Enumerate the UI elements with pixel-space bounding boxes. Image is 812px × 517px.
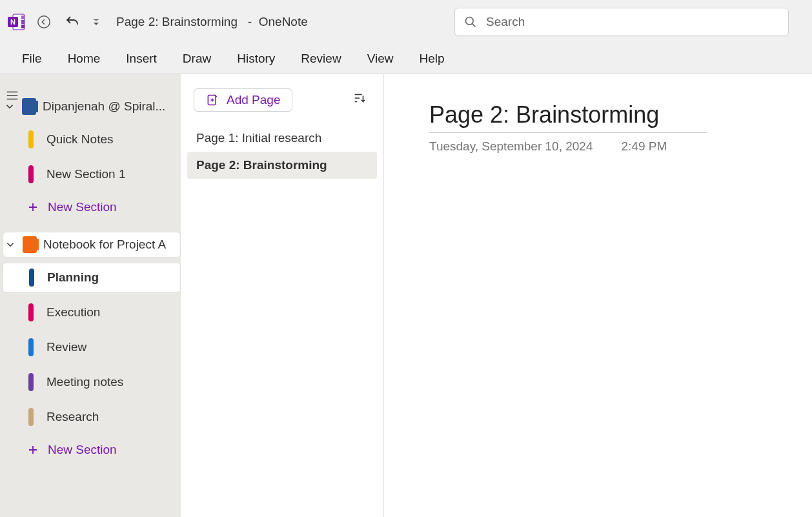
add-page-icon	[206, 94, 219, 106]
notebooks-sidebar: Dipanjenah @ Spiral... Quick Notes New S…	[26, 74, 181, 517]
back-button[interactable]	[32, 10, 56, 34]
section-label: Review	[46, 340, 86, 354]
menu-bar: File Home Insert Draw History Review Vie…	[0, 44, 812, 74]
hamburger-strip	[0, 74, 26, 517]
section-color-tab	[28, 338, 34, 356]
section-item[interactable]: Quick Notes	[25, 125, 181, 154]
search-icon	[464, 15, 477, 28]
section-color-tab	[29, 269, 34, 287]
page-metadata: Tuesday, September 10, 2024 2:49 PM	[429, 139, 767, 154]
page-canvas[interactable]: Tuesday, September 10, 2024 2:49 PM	[384, 74, 812, 517]
new-section-label: New Section	[48, 200, 117, 214]
menu-insert[interactable]: Insert	[122, 49, 161, 68]
section-label: Research	[46, 410, 99, 424]
sort-pages-button[interactable]	[352, 91, 370, 109]
section-label: Meeting notes	[46, 375, 123, 389]
window-title-page: Page 2: Brainstorming	[116, 15, 238, 28]
svg-point-6	[38, 16, 50, 28]
section-label: Execution	[46, 305, 100, 319]
svg-text:N: N	[10, 18, 15, 26]
menu-help[interactable]: Help	[415, 49, 448, 68]
section-item[interactable]: Execution	[25, 298, 181, 327]
section-color-tab	[28, 165, 34, 183]
chevron-down-icon	[5, 239, 16, 250]
window-title-app: OneNote	[259, 15, 308, 28]
section-color-tab	[28, 373, 34, 391]
title-bar: N Page 2: Brainstorming - OneNote	[0, 0, 812, 44]
menu-view[interactable]: View	[363, 49, 398, 68]
section-label: Planning	[47, 270, 99, 285]
notebook-name: Dipanjenah @ Spiral...	[43, 99, 165, 114]
section-color-tab	[28, 408, 34, 426]
page-item[interactable]: Page 1: Initial research	[181, 125, 383, 152]
menu-file[interactable]: File	[18, 49, 46, 68]
notebook-header[interactable]: Notebook for Project A	[3, 232, 181, 258]
pages-panel-top: Add Page	[181, 88, 383, 125]
window-title: Page 2: Brainstorming - OneNote	[116, 15, 308, 29]
svg-rect-1	[21, 15, 25, 19]
chevron-down-icon	[4, 101, 15, 112]
quick-access-dropdown[interactable]	[89, 10, 103, 34]
notebook-header[interactable]: Dipanjenah @ Spiral...	[3, 94, 181, 119]
section-item[interactable]: Planning	[3, 263, 181, 292]
pages-panel: Add Page Page 1: Initial research Page 2…	[181, 74, 384, 517]
section-item[interactable]: Meeting notes	[25, 367, 181, 397]
svg-rect-3	[21, 25, 25, 28]
page-time: 2:49 PM	[622, 139, 667, 154]
section-item[interactable]: New Section 1	[25, 159, 181, 189]
page-title-input[interactable]	[429, 100, 707, 133]
workspace: Dipanjenah @ Spiral... Quick Notes New S…	[0, 74, 812, 517]
page-item[interactable]: Page 2: Brainstorming	[187, 152, 377, 179]
page-date: Tuesday, September 10, 2024	[429, 139, 593, 154]
notebook-icon	[22, 98, 36, 115]
new-section-button[interactable]: New Section	[25, 194, 181, 220]
menu-history[interactable]: History	[233, 49, 279, 68]
new-section-label: New Section	[48, 443, 117, 457]
section-item[interactable]: Research	[25, 402, 181, 432]
svg-point-7	[466, 17, 474, 25]
section-color-tab	[28, 303, 34, 321]
new-section-button[interactable]: New Section	[25, 437, 181, 463]
menu-draw[interactable]: Draw	[179, 49, 215, 68]
section-label: New Section 1	[46, 167, 126, 181]
add-page-label: Add Page	[227, 93, 280, 107]
onenote-app-icon: N	[6, 12, 27, 32]
menu-review[interactable]: Review	[297, 49, 345, 68]
undo-button[interactable]	[61, 10, 84, 34]
add-page-button[interactable]: Add Page	[194, 88, 292, 112]
section-item[interactable]: Review	[25, 332, 181, 362]
menu-home[interactable]: Home	[64, 49, 105, 68]
section-label: Quick Notes	[46, 132, 113, 147]
section-color-tab	[28, 130, 34, 148]
notebook-icon	[23, 236, 37, 253]
notebook-name: Notebook for Project A	[43, 238, 166, 252]
search-box[interactable]	[454, 8, 789, 36]
plus-icon	[27, 201, 39, 213]
svg-rect-2	[21, 20, 25, 24]
plus-icon	[27, 444, 39, 456]
search-input[interactable]	[486, 15, 779, 29]
